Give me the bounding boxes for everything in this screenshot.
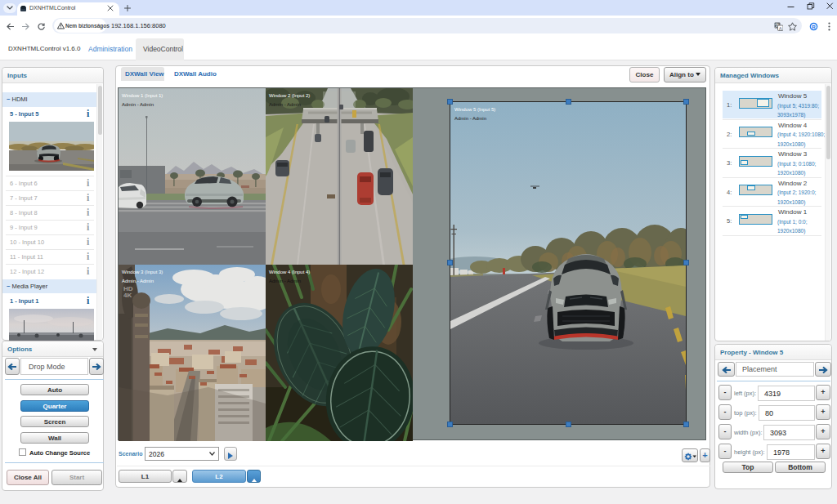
svg-text:R: R <box>812 24 816 29</box>
svg-text:A: A <box>779 25 782 30</box>
